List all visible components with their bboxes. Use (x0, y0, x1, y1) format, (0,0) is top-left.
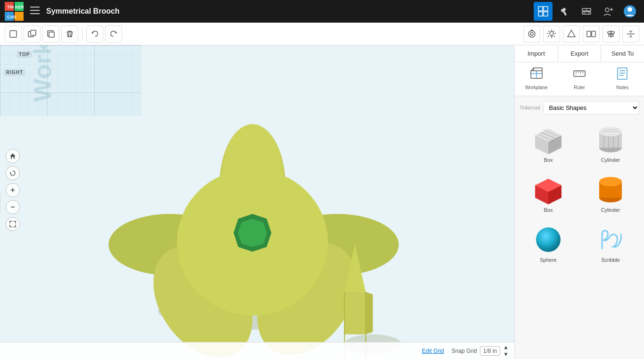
fit-btn[interactable] (6, 217, 20, 231)
svg-point-25 (627, 7, 632, 12)
shapes-grid: Box (520, 120, 639, 266)
svg-marker-59 (366, 292, 373, 334)
svg-point-48 (219, 124, 285, 247)
menu-icon-btn[interactable] (28, 5, 41, 18)
svg-rect-26 (10, 31, 17, 37)
svg-text:KER: KER (15, 5, 24, 9)
svg-point-31 (528, 31, 535, 37)
svg-rect-28 (31, 30, 36, 35)
svg-point-50 (276, 214, 399, 276)
snap-increase-btn[interactable]: ▲ (503, 344, 509, 351)
svg-marker-35 (568, 30, 575, 37)
notes-btn[interactable]: Notes (601, 62, 644, 96)
svg-point-34 (550, 32, 553, 35)
ruler-icon (573, 67, 586, 83)
svg-rect-36 (587, 31, 591, 37)
snap-grid-label: Snap Grid (452, 348, 477, 354)
panel-actions: Import Export Send To (515, 45, 644, 62)
ruler-btn[interactable]: Ruler (558, 62, 601, 96)
new-btn[interactable] (5, 25, 22, 42)
view-camera-btn[interactable] (523, 25, 540, 42)
svg-rect-71 (618, 68, 627, 79)
statusbar: Edit Grid Snap Grid 1/8 in ▲ ▼ (0, 342, 514, 359)
project-title: Symmetrical Brooch (46, 7, 529, 16)
copy-btn[interactable] (24, 25, 41, 42)
cylinder-orange-icon (592, 173, 629, 206)
svg-rect-37 (592, 31, 595, 37)
svg-text:CAD: CAD (7, 15, 17, 19)
workplane-icon (530, 67, 543, 83)
workplane-label: Workplane (525, 85, 548, 90)
main-area: TOP RIGHT Workplane (0, 45, 644, 359)
workplane-btn[interactable]: Workplane (515, 62, 558, 96)
svg-point-45 (158, 292, 347, 330)
sphere-teal-icon (529, 223, 567, 256)
svg-marker-55 (233, 214, 271, 252)
svg-rect-10 (538, 7, 543, 11)
category-sublabel: Tinkercad (520, 105, 540, 110)
ruler-label: Ruler (574, 85, 585, 90)
shape-sphere-teal[interactable]: Sphere (520, 220, 577, 266)
nav-controls: + − (6, 149, 20, 231)
shape-box-red[interactable]: Box (520, 170, 577, 216)
separator1 (82, 27, 83, 41)
notes-label: Notes (616, 85, 628, 90)
profile-btn[interactable] (620, 2, 639, 21)
svg-point-51 (133, 226, 273, 359)
duplicate-btn[interactable] (42, 25, 59, 42)
canvas-area[interactable]: TOP RIGHT Workplane (0, 45, 514, 359)
svg-rect-12 (538, 12, 543, 16)
home-btn[interactable] (6, 149, 20, 163)
shape-cylinder-orange[interactable]: Cylinder (582, 170, 639, 216)
export-btn[interactable]: Export (558, 45, 602, 62)
import-btn[interactable]: Import (515, 45, 558, 62)
toolbar2-right (523, 25, 639, 42)
sphere-teal-label: Sphere (540, 257, 556, 263)
snap-grid-value[interactable]: 1/8 in (480, 346, 500, 356)
view-right-label: RIGHT (4, 69, 25, 76)
svg-point-53 (177, 169, 328, 315)
flip-btn[interactable] (622, 25, 639, 42)
snap-decrease-btn[interactable]: ▼ (503, 351, 509, 358)
edit-grid-label[interactable]: Edit Grid (422, 348, 444, 354)
svg-rect-57 (345, 292, 366, 334)
box-red-label: Box (544, 207, 553, 213)
align-btn[interactable] (603, 25, 619, 42)
brick-btn[interactable] (577, 2, 596, 21)
notes-icon (616, 67, 629, 83)
view-top-label: TOP (17, 51, 32, 58)
hammer-btn[interactable] (555, 2, 574, 21)
rotate-btn[interactable] (6, 166, 20, 180)
svg-marker-58 (345, 245, 366, 292)
svg-rect-11 (544, 7, 548, 11)
add-user-btn[interactable] (599, 2, 618, 21)
shape-cylinder-gray[interactable]: Cylinder (582, 120, 639, 166)
redo-btn[interactable] (105, 25, 122, 42)
right-panel: Import Export Send To Workplane (514, 45, 644, 359)
svg-marker-56 (238, 219, 267, 247)
shape-scribble[interactable]: Scribble (582, 220, 639, 266)
svg-rect-33 (531, 30, 533, 31)
expand-panel-btn[interactable]: › (0, 192, 0, 213)
mirror-btn[interactable] (583, 25, 600, 42)
undo-btn[interactable] (86, 25, 103, 42)
tinkercad-logo: TIN KER CAD (5, 2, 24, 21)
box-gray-label: Box (544, 157, 553, 163)
delete-btn[interactable] (61, 25, 78, 42)
category-dropdown[interactable]: Basic Shapes (543, 101, 639, 115)
cylinder-gray-icon (592, 123, 629, 156)
svg-point-47 (163, 221, 342, 287)
shape-box-gray[interactable]: Box (520, 120, 577, 166)
svg-point-49 (108, 214, 231, 276)
grid-view-btn[interactable] (534, 2, 553, 21)
shape-ops-btn[interactable] (563, 25, 580, 42)
toolbar2 (0, 23, 644, 45)
svg-point-98 (536, 227, 561, 252)
send-to-btn[interactable]: Send To (601, 45, 644, 62)
light-btn[interactable] (543, 25, 560, 42)
cylinder-orange-label: Cylinder (601, 207, 620, 213)
svg-text:TIN: TIN (7, 5, 14, 9)
zoom-in-btn[interactable]: + (6, 183, 20, 197)
zoom-out-btn[interactable]: − (6, 200, 20, 214)
box-gray-icon (529, 123, 567, 156)
